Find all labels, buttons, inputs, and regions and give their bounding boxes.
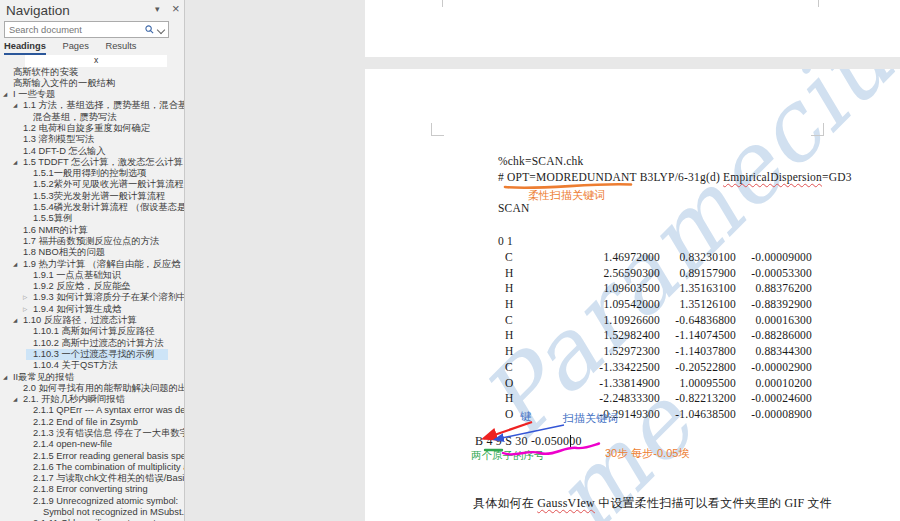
nav-item[interactable]: Symbol not recognized in MSubst. (0, 507, 184, 518)
nav-item[interactable]: 1.4 DFT-D 怎么输入 (0, 146, 184, 157)
nav-item-label: 1.2 电荷和自旋多重度如何确定 (23, 123, 150, 134)
atom-element: H (498, 281, 520, 297)
nav-item-label: 1.9.1 一点点基础知识 (33, 270, 121, 281)
nav-item[interactable]: ◢1.1 方法，基组选择，赝势基组，混合基组写法 (0, 100, 184, 111)
atom-row: H1.52982400-1.14074500-0.88286000 (498, 328, 812, 344)
nav-item[interactable]: ◢2.1. 开始几秒内瞬间报错 (0, 394, 184, 405)
nav-item-label: 1.5 TDDFT 怎么计算，激发态怎么计算， 荧光怎... (23, 157, 184, 168)
nav-item[interactable]: 1.10.2 高斯中过渡态的计算方法 (0, 338, 184, 349)
chk-line: %chk=SCAN.chk (498, 155, 583, 167)
nav-item[interactable]: 2.1.3 没有错误信息 停在了一大串数字这里。 (0, 428, 184, 439)
nav-item-label: 2.1.9 Unrecognized atomic symbol: (33, 496, 178, 507)
nav-item-label: 1.10.4 关于QST方法 (33, 360, 118, 371)
nav-item-label: 1.10.3 一个过渡态寻找的示例 (33, 349, 154, 360)
steps-annotation: 30步 每步-0.05埃 (605, 446, 689, 461)
nav-item[interactable]: 1.5.2紫外可见吸收光谱一般计算流程 (0, 179, 184, 190)
job-title-line: SCAN (498, 202, 529, 214)
nav-item-label: 1.5.3荧光发射光谱一般计算流程 (33, 191, 165, 202)
nav-item[interactable]: ◢1.10 反应路径，过渡态计算 (0, 315, 184, 326)
nav-item[interactable]: ▷1.9.4 如何计算生成焓 (0, 304, 184, 315)
nav-item[interactable]: 高斯输入文件的一般结构 (0, 78, 184, 89)
nav-item[interactable]: 1.5.1一般用得到的控制选项 (0, 168, 184, 179)
nav-item[interactable]: 1.10.3 一个过渡态寻找的示例 (26, 349, 168, 360)
search-input[interactable] (5, 22, 147, 37)
atom-coordinate: -1.14074500 (660, 328, 736, 344)
atom-coordinate: -1.33814900 (520, 376, 660, 392)
nav-item[interactable]: 2.1.2 End of file in Zsymb (0, 417, 184, 428)
previous-page-bottom[interactable] (365, 0, 900, 57)
nav-item-label: 2.1.4 open-new-file (33, 439, 112, 450)
navigation-pane: Navigation ▾ × Headings Pages Results x … (0, 0, 185, 521)
nav-item[interactable]: 1.3 溶剂模型写法 (0, 134, 184, 145)
nav-item[interactable]: 2.0 如何寻找有用的能帮助解决问题的出错信息。 (0, 383, 184, 394)
nav-item[interactable]: ▷1.9.3 如何计算溶质分子在某个溶剂中的自由能... (0, 292, 184, 303)
atom-coordinate: -1.33422500 (520, 360, 660, 376)
nav-item[interactable]: 2.1.4 open-new-file (0, 439, 184, 450)
nav-floating-item[interactable]: x (25, 55, 167, 67)
nav-item-label: 1.10.1 高斯如何计算反应路径 (33, 326, 154, 337)
nav-item[interactable]: 2.1.7 与读取chk文件相关的错误/Basis set data... (0, 473, 184, 484)
nav-item-label: Symbol not recognized in MSubst. (43, 507, 184, 518)
nav-item[interactable]: 1.5.5算例 (0, 213, 184, 224)
nav-item[interactable]: 2.1.5 Error reading general basis specif… (0, 451, 184, 462)
atom-coordinate: -0.88392900 (736, 297, 812, 313)
atom-coordinate: 1.09542000 (520, 297, 660, 313)
collapse-toggle-icon[interactable]: ◢ (13, 315, 17, 326)
collapse-toggle-icon[interactable]: ◢ (13, 100, 17, 111)
atom-coordinate: 0.83230100 (660, 250, 736, 266)
margin-corner-mark (442, 0, 449, 7)
collapse-toggle-icon[interactable]: ◢ (13, 394, 17, 405)
nav-item[interactable]: 1.9.2 反应焓，反应能垒 (0, 281, 184, 292)
nav-item[interactable]: 1.6 NMR的计算 (0, 225, 184, 236)
nav-pane-close-icon[interactable]: × (172, 1, 180, 16)
nav-item[interactable]: 1.5.3荧光发射光谱一般计算流程 (0, 191, 184, 202)
nav-item[interactable]: 1.10.1 高斯如何计算反应路径 (0, 326, 184, 337)
route-prefix: # (498, 171, 507, 183)
nav-item[interactable]: 混合基组，赝势写法 (0, 112, 184, 123)
nav-item[interactable]: 高斯软件的安装 (0, 67, 184, 78)
atom-element: C (498, 250, 520, 266)
nav-item-label: 1.9.2 反应焓，反应能垒 (33, 281, 131, 292)
atom-element: H (498, 344, 520, 360)
nav-item[interactable]: ◢1.9 热力学计算 （溶解自由能，反应焓，能垒，生... (0, 259, 184, 270)
collapse-toggle-icon[interactable]: ◢ (13, 259, 17, 270)
atom-table: C1.469720000.83230100-0.00009000H2.56590… (498, 250, 812, 423)
nav-item[interactable]: 2.1.8 Error converting string (0, 484, 184, 495)
nav-item[interactable]: ◢II最常见的报错 (0, 372, 184, 383)
expand-toggle-icon[interactable]: ▷ (23, 304, 27, 315)
atom-coordinate: -0.00053300 (736, 266, 812, 282)
nav-item-label: 1.5.5算例 (33, 213, 72, 224)
nav-item[interactable]: ◢I 一些专题 (0, 89, 184, 100)
nav-item[interactable]: 2.1.1 QPErr --- A syntax error was detec… (0, 405, 184, 416)
nav-item-label: 1.9.4 如何计算生成焓 (33, 304, 121, 315)
search-icon[interactable] (145, 25, 154, 34)
tab-pages[interactable]: Pages (62, 41, 88, 53)
nav-item[interactable]: 2.1.9 Unrecognized atomic symbol: (0, 496, 184, 507)
nav-item[interactable]: 1.10.4 关于QST方法 (0, 360, 184, 371)
nav-item[interactable]: 2.1.6 The combination of multiplicity an… (0, 462, 184, 473)
nav-item[interactable]: 1.7 福井函数预测反应位点的方法 (0, 236, 184, 247)
nav-item-label: 2.1.1 QPErr --- A syntax error was detec… (33, 405, 184, 416)
nav-item[interactable]: 1.2 电荷和自旋多重度如何确定 (0, 123, 184, 134)
headings-tree: x 高斯软件的安装高斯输入文件的一般结构◢I 一些专题◢1.1 方法，基组选择，… (0, 55, 184, 521)
nav-pane-menu-chevron-icon[interactable]: ▾ (155, 4, 160, 14)
nav-item-label: 高斯输入文件的一般结构 (13, 78, 115, 89)
expand-toggle-icon[interactable]: ▷ (23, 292, 27, 303)
nav-item[interactable]: 1.9.1 一点点基础知识 (0, 270, 184, 281)
nav-item[interactable]: ◢1.5 TDDFT 怎么计算，激发态怎么计算， 荧光怎... (0, 157, 184, 168)
tab-headings[interactable]: Headings (4, 41, 46, 55)
text-cursor (570, 435, 571, 448)
nav-item[interactable]: 1.8 NBO相关的问题 (0, 247, 184, 258)
collapse-toggle-icon[interactable]: ◢ (3, 89, 7, 100)
collapse-toggle-icon[interactable]: ◢ (3, 372, 7, 383)
tab-results[interactable]: Results (105, 41, 136, 53)
nav-item-label: 1.1 方法，基组选择，赝势基组，混合基组写法 (23, 100, 184, 111)
atom-element: H (498, 328, 520, 344)
collapse-toggle-icon[interactable]: ◢ (13, 157, 17, 168)
atom-element: O (498, 376, 520, 392)
document-page[interactable]: Paramecium me %chk=SCAN.chk # OPT=MODRED… (365, 69, 900, 521)
footer-prefix: 具体如何在 (473, 496, 537, 510)
nav-item[interactable]: 1.5.4磷光发射计算流程 （假设基态是单重态... (0, 202, 184, 213)
search-dropdown-chevron-icon[interactable] (157, 26, 165, 34)
atom-coordinate: -2.24833300 (520, 391, 660, 407)
